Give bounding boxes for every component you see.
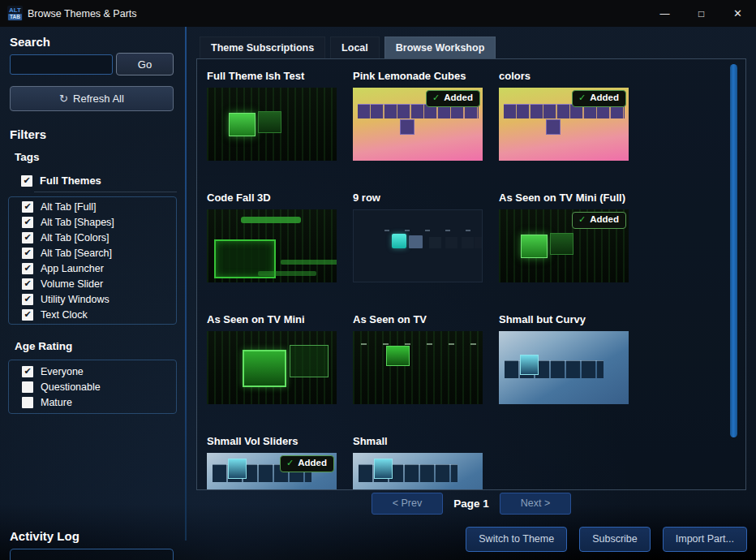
theme-card-title: Shmall Vol Sliders <box>207 435 338 447</box>
theme-thumbnail[interactable] <box>207 209 337 282</box>
checkbox-label: Everyone <box>41 366 84 377</box>
window-controls: — □ ✕ <box>646 0 756 27</box>
maximize-button[interactable]: □ <box>683 0 719 27</box>
theme-card-title: Full Theme Ish Test <box>207 70 338 82</box>
theme-thumbnail[interactable]: ✓ Added <box>353 88 483 161</box>
checkbox[interactable]: ✔ <box>22 294 33 305</box>
theme-card-title: As Seen on TV Mini (Full) <box>499 192 630 204</box>
footer-action-button[interactable]: Subscribe <box>579 527 651 552</box>
theme-thumbnail[interactable] <box>207 331 337 404</box>
go-button[interactable]: Go <box>116 53 174 75</box>
tag-checkbox-row[interactable]: ✔ Alt Tab [Colors] <box>22 230 176 245</box>
checkbox-row-full-themes[interactable]: ✔ Full Themes <box>21 173 101 188</box>
refresh-icon: ↻ <box>59 93 68 105</box>
theme-card[interactable]: As Seen on TV Mini (Full) ✓ Added <box>499 192 630 313</box>
tag-checkbox-row[interactable]: ✔ Alt Tab [Shapes] <box>22 214 176 230</box>
checkbox[interactable]: ✔ <box>22 217 33 228</box>
search-input[interactable] <box>10 54 113 75</box>
theme-thumbnail[interactable] <box>207 88 337 161</box>
checkbox-label: Alt Tab [Full] <box>41 201 97 213</box>
activity-log-panel <box>10 549 174 560</box>
checkbox[interactable]: ✔ <box>21 175 32 187</box>
checkbox[interactable]: ✔ <box>22 309 33 321</box>
search-heading: Search <box>10 35 50 49</box>
added-badge: ✓ Added <box>280 455 334 472</box>
next-page-button[interactable]: Next > <box>500 493 571 515</box>
checkbox-label: Alt Tab [Search] <box>41 248 112 259</box>
tab-bar: Theme Subscriptions Local Browse Worksho… <box>200 37 496 59</box>
filters-heading: Filters <box>10 127 46 141</box>
theme-thumbnail[interactable] <box>353 331 483 404</box>
checkbox[interactable]: ✔ <box>22 366 33 377</box>
tab[interactable]: Browse Workshop <box>384 37 496 59</box>
age-checkbox-row[interactable]: Questionable <box>22 379 176 394</box>
workshop-card-panel: Full Theme Ish Test Pink Lemonade Cubes … <box>196 58 746 490</box>
tag-checkbox-row[interactable]: ✔ Text Clock <box>22 307 176 322</box>
footer-action-button[interactable]: Switch to Theme <box>466 527 567 552</box>
age-checkbox-row[interactable]: Mature <box>22 394 176 410</box>
theme-card[interactable]: Code Fall 3D <box>207 192 338 313</box>
added-badge-label: Added <box>444 93 473 104</box>
theme-thumbnail[interactable]: ✓ Added <box>499 88 629 161</box>
scrollbar-thumb[interactable] <box>730 64 737 437</box>
theme-card[interactable]: Shmall <box>353 435 484 490</box>
pagination: < Prev Page 1 Next > <box>196 493 746 515</box>
checkbox-label: Mature <box>41 397 72 408</box>
theme-card-title: As Seen on TV Mini <box>207 313 338 325</box>
added-check-icon: ✓ <box>578 215 586 224</box>
checkbox-label: App Launcher <box>41 263 104 274</box>
tag-checkbox-row[interactable]: ✔ Utility Windows <box>22 291 176 307</box>
checkbox[interactable]: ✔ <box>22 248 33 259</box>
theme-card-title: Shmall <box>353 435 484 447</box>
added-badge-label: Added <box>590 214 619 226</box>
theme-thumbnail[interactable]: ✓ Added <box>207 453 337 490</box>
checkbox-label: Full Themes <box>40 174 101 187</box>
checkbox[interactable]: ✔ <box>22 201 33 213</box>
app-icon-text-tab: TAB <box>8 14 22 20</box>
theme-thumbnail[interactable] <box>353 209 483 282</box>
app-window: ALT TAB Browse Themes & Parts — □ ✕ Sear… <box>0 0 756 560</box>
tag-checkbox-row[interactable]: ✔ App Launcher <box>22 261 176 276</box>
minimize-button[interactable]: — <box>646 0 683 27</box>
theme-thumbnail[interactable] <box>353 453 483 490</box>
refresh-all-button[interactable]: ↻ Refresh All <box>10 86 174 111</box>
checkbox-label: Utility Windows <box>41 294 110 305</box>
checkbox-label: Alt Tab [Colors] <box>41 232 110 243</box>
theme-card[interactable]: As Seen on TV <box>353 313 484 435</box>
theme-card[interactable]: colors ✓ Added <box>499 70 630 192</box>
theme-card-title: 9 row <box>353 192 484 204</box>
theme-card[interactable]: Shmall but Curvy <box>499 313 630 435</box>
tag-checkbox-row[interactable]: ✔ Alt Tab [Full] <box>22 199 176 214</box>
checkbox[interactable] <box>22 397 33 408</box>
tab[interactable]: Theme Subscriptions <box>200 37 325 59</box>
theme-card-title: Code Fall 3D <box>207 192 338 204</box>
app-icon-text-alt: ALT <box>9 6 21 14</box>
tab[interactable]: Local <box>330 37 380 59</box>
window-title: Browse Themes & Parts <box>28 0 137 27</box>
theme-card[interactable]: Full Theme Ish Test <box>207 70 338 192</box>
checkbox[interactable] <box>22 381 33 393</box>
theme-thumbnail[interactable]: ✓ Added <box>499 209 629 282</box>
tag-checkbox-row[interactable]: ✔ Volume Slider <box>22 276 176 291</box>
checkbox[interactable]: ✔ <box>22 232 33 243</box>
tag-checkbox-row[interactable]: ✔ Alt Tab [Search] <box>22 245 176 261</box>
added-badge: ✓ Added <box>426 90 480 107</box>
prev-page-button[interactable]: < Prev <box>372 493 443 515</box>
theme-thumbnail[interactable] <box>499 331 629 404</box>
age-checkbox-row[interactable]: ✔ Everyone <box>22 364 176 379</box>
footer-action-button[interactable]: Import Part... <box>663 527 747 552</box>
checkbox[interactable]: ✔ <box>22 278 33 290</box>
theme-card[interactable]: Pink Lemonade Cubes ✓ Added <box>353 70 484 192</box>
added-check-icon: ✓ <box>286 459 294 467</box>
tags-heading: Tags <box>15 151 40 163</box>
checkbox-label: Volume Slider <box>41 278 103 290</box>
theme-card[interactable]: 9 row <box>353 192 484 313</box>
theme-card[interactable]: Shmall Vol Sliders ✓ Added <box>207 435 338 490</box>
added-badge-label: Added <box>590 93 619 104</box>
checkbox-label: Text Clock <box>41 309 88 321</box>
close-button[interactable]: ✕ <box>719 0 756 27</box>
scrollbar-track[interactable] <box>728 62 738 487</box>
app-icon: ALT TAB <box>7 6 23 21</box>
theme-card[interactable]: As Seen on TV Mini <box>207 313 338 435</box>
checkbox[interactable]: ✔ <box>22 263 33 274</box>
